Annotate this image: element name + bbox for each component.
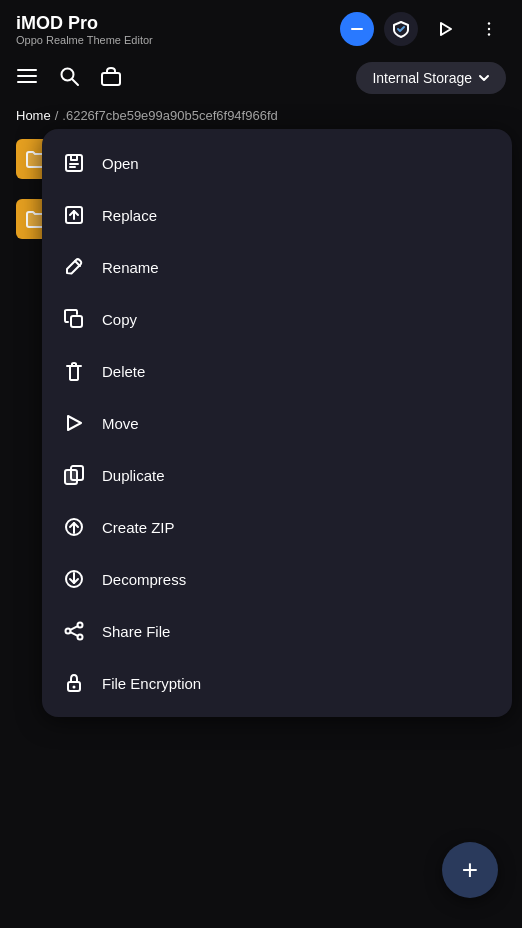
menu-item-file-encryption-label: File Encryption	[102, 675, 201, 692]
menu-item-move-label: Move	[102, 415, 139, 432]
svg-point-37	[73, 686, 76, 689]
svg-line-35	[70, 632, 77, 636]
menu-item-decompress[interactable]: Decompress	[42, 553, 512, 605]
menu-item-share-file[interactable]: Share File	[42, 605, 512, 657]
svg-marker-24	[68, 416, 81, 430]
duplicate-icon	[62, 463, 86, 487]
app-title: iMOD Pro	[16, 13, 153, 34]
breadcrumb: Home / .6226f7cbe59e99a90b5cef6f94f966fd	[0, 102, 522, 129]
app-info: iMOD Pro Oppo Realme Theme Editor	[16, 13, 153, 46]
context-menu: Open Replace Rename	[42, 129, 512, 717]
nav-bar: Internal Storage	[0, 54, 522, 102]
menu-item-copy[interactable]: Copy	[42, 293, 512, 345]
menu-item-create-zip-label: Create ZIP	[102, 519, 175, 536]
menu-item-move[interactable]: Move	[42, 397, 512, 449]
svg-rect-10	[102, 73, 120, 85]
menu-item-duplicate[interactable]: Duplicate	[42, 449, 512, 501]
replace-icon	[62, 203, 86, 227]
move-icon	[62, 411, 86, 435]
share-file-icon	[62, 619, 86, 643]
delete-icon	[62, 359, 86, 383]
svg-line-9	[72, 79, 78, 85]
menu-item-file-encryption[interactable]: File Encryption	[42, 657, 512, 709]
search-icon[interactable]	[58, 65, 80, 92]
decompress-icon	[62, 567, 86, 591]
storage-label: Internal Storage	[372, 70, 472, 86]
app-subtitle: Oppo Realme Theme Editor	[16, 34, 153, 46]
shield-icon-button[interactable]	[384, 12, 418, 46]
fab-label: +	[462, 854, 478, 886]
svg-marker-1	[441, 23, 451, 35]
menu-item-create-zip[interactable]: Create ZIP	[42, 501, 512, 553]
top-icons	[340, 12, 506, 46]
create-zip-icon	[62, 515, 86, 539]
menu-item-delete-label: Delete	[102, 363, 145, 380]
menu-item-open-label: Open	[102, 155, 139, 172]
menu-item-delete[interactable]: Delete	[42, 345, 512, 397]
menu-item-duplicate-label: Duplicate	[102, 467, 165, 484]
file-encryption-icon	[62, 671, 86, 695]
content-area: Open Replace Rename	[0, 129, 522, 249]
briefcase-icon[interactable]	[100, 65, 122, 92]
menu-item-decompress-label: Decompress	[102, 571, 186, 588]
menu-item-replace[interactable]: Replace	[42, 189, 512, 241]
fab-button[interactable]: +	[442, 842, 498, 898]
more-options-button[interactable]	[472, 12, 506, 46]
top-bar: iMOD Pro Oppo Realme Theme Editor	[0, 0, 522, 54]
menu-item-rename[interactable]: Rename	[42, 241, 512, 293]
breadcrumb-path: .6226f7cbe59e99a90b5cef6f94f966fd	[62, 108, 277, 123]
menu-item-replace-label: Replace	[102, 207, 157, 224]
breadcrumb-separator: /	[55, 108, 59, 123]
svg-line-22	[75, 261, 80, 266]
copy-icon	[62, 307, 86, 331]
rename-icon	[62, 255, 86, 279]
svg-point-3	[488, 28, 490, 30]
storage-button[interactable]: Internal Storage	[356, 62, 506, 94]
minus-button[interactable]	[340, 12, 374, 46]
play-icon-button[interactable]	[428, 12, 462, 46]
svg-line-34	[70, 626, 77, 630]
svg-point-4	[488, 33, 490, 35]
hamburger-menu-icon[interactable]	[16, 65, 38, 92]
menu-item-share-file-label: Share File	[102, 623, 170, 640]
open-icon	[62, 151, 86, 175]
menu-item-rename-label: Rename	[102, 259, 159, 276]
svg-rect-23	[71, 316, 82, 327]
menu-item-open[interactable]: Open	[42, 137, 512, 189]
menu-item-copy-label: Copy	[102, 311, 137, 328]
breadcrumb-home[interactable]: Home	[16, 108, 51, 123]
svg-point-2	[488, 22, 490, 24]
nav-left	[16, 65, 122, 92]
